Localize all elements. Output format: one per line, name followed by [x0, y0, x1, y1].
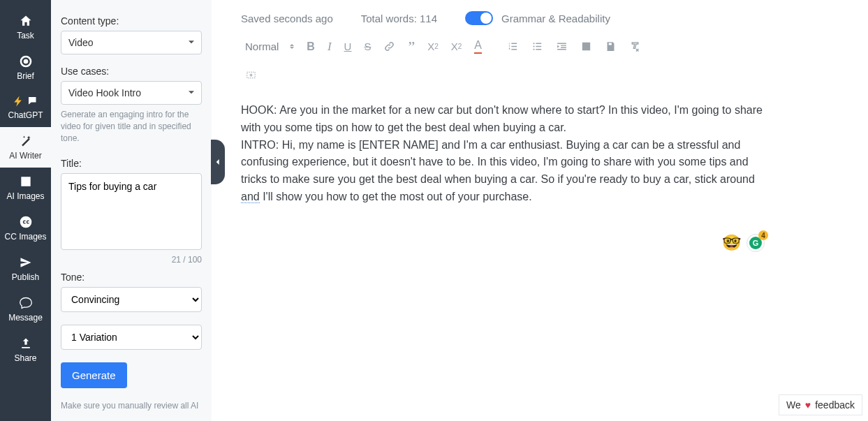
generate-button[interactable]: Generate [61, 362, 127, 388]
svg-point-1 [534, 45, 535, 47]
chevron-left-icon [213, 157, 223, 167]
svg-point-2 [534, 49, 535, 50]
strikethrough-button[interactable]: S [364, 40, 371, 52]
grammarly-badge[interactable]: G 4 [746, 234, 765, 252]
variation-select[interactable]: 1 Variation [61, 325, 202, 350]
unordered-list-button[interactable] [531, 40, 543, 52]
send-icon [19, 256, 33, 269]
italic-button[interactable]: I [328, 40, 332, 54]
nerd-face-icon[interactable]: 🤓 [722, 234, 741, 252]
nav-label: Publish [12, 272, 39, 282]
image-button[interactable] [580, 40, 592, 52]
nav-chatgpt[interactable]: ChatGPT [0, 88, 51, 127]
clear-format-icon [629, 40, 641, 52]
plus-box-icon [245, 69, 257, 81]
editor-content[interactable]: HOOK: Are you in the market for a new ca… [241, 102, 772, 206]
nav-label: Share [14, 353, 36, 363]
nav-label: ChatGPT [8, 110, 43, 120]
caret-sort-icon [290, 42, 294, 52]
settings-panel: Content type: Video Use cases: Video Hoo… [51, 0, 212, 421]
main-nav: Task Brief ChatGPT AI Writer AI Images C… [0, 0, 51, 421]
bold-button[interactable]: B [307, 40, 315, 53]
nav-ai-images[interactable]: AI Images [0, 168, 51, 208]
underline-button[interactable]: U [344, 40, 352, 52]
title-char-count: 21 / 100 [61, 255, 202, 265]
use-cases-select[interactable]: Video Hook Intro [61, 81, 202, 105]
nav-share[interactable]: Share [0, 330, 51, 370]
content-type-select[interactable]: Video [61, 31, 202, 54]
cc-icon [19, 215, 33, 229]
content-hook: HOOK: Are you in the market for a new ca… [241, 104, 763, 133]
quote-button[interactable]: ” [408, 43, 415, 50]
nav-task[interactable]: Task [0, 7, 51, 47]
save-button[interactable] [605, 40, 617, 52]
ordered-list-button[interactable] [507, 40, 519, 52]
content-intro-post: I'll show you how to get the most out of… [260, 191, 532, 202]
tone-select[interactable]: Convincing [61, 287, 202, 312]
title-input[interactable]: Tips for buying a car [61, 173, 202, 250]
use-cases-helper: Generate an engaging intro for the video… [61, 109, 202, 144]
content-intro-underline: and [241, 191, 260, 203]
save-icon [605, 40, 617, 52]
link-button[interactable] [383, 40, 395, 52]
clear-format-button[interactable] [629, 40, 641, 52]
feedback-button[interactable]: We ♥ feedback [779, 394, 862, 415]
title-label: Title: [61, 158, 202, 169]
nav-label: CC Images [4, 232, 46, 242]
share-icon [19, 337, 33, 350]
nav-label: Brief [17, 71, 34, 81]
use-cases-label: Use cases: [61, 66, 202, 77]
superscript-button[interactable]: X2 [451, 40, 462, 52]
floating-badges: 🤓 G 4 [722, 234, 765, 252]
grammarly-count: 4 [758, 230, 768, 240]
nav-label: Task [17, 31, 34, 40]
nav-brief[interactable]: Brief [0, 47, 51, 88]
grammar-toggle[interactable] [465, 11, 493, 25]
image-icon [580, 40, 592, 52]
nav-cc-images[interactable]: CC Images [0, 208, 51, 249]
review-note: Make sure you manually review all AI [61, 401, 202, 411]
chatgpt-icon [13, 95, 39, 108]
svg-point-0 [534, 43, 535, 44]
outdent-icon [556, 40, 568, 52]
text-color-button[interactable]: A [474, 39, 482, 54]
outdent-button[interactable] [556, 40, 568, 52]
word-count: Total words: 114 [361, 13, 437, 24]
image-icon [19, 175, 33, 189]
nav-publish[interactable]: Publish [0, 249, 51, 289]
heart-icon: ♥ [805, 399, 811, 411]
nav-message[interactable]: Message [0, 289, 51, 330]
collapse-panel-button[interactable] [211, 140, 225, 184]
editor-toolbar: Normal B I U S ” X2 X2 A [245, 39, 847, 81]
link-icon [383, 40, 395, 52]
paragraph-format-select[interactable]: Normal [245, 40, 294, 52]
add-block-button[interactable] [245, 69, 847, 81]
nav-label: AI Images [6, 191, 44, 201]
nav-label: AI Writer [9, 151, 41, 161]
home-icon [19, 14, 33, 28]
tone-label: Tone: [61, 272, 202, 283]
magic-wand-icon [19, 134, 33, 148]
saved-status: Saved seconds ago [241, 13, 333, 24]
nav-label: Message [8, 313, 43, 323]
chat-icon [19, 296, 33, 310]
ol-icon [507, 40, 519, 52]
editor-area: Saved seconds ago Total words: 114 Gramm… [212, 0, 868, 421]
subscript-button[interactable]: X2 [427, 40, 439, 52]
status-row: Saved seconds ago Total words: 114 Gramm… [241, 11, 847, 25]
grammar-toggle-label: Grammar & Readability [501, 13, 610, 24]
nav-ai-writer[interactable]: AI Writer [0, 127, 51, 168]
content-intro-pre: INTRO: Hi, my name is [ENTER NAME] and I… [241, 139, 755, 186]
target-icon [19, 54, 33, 68]
content-type-label: Content type: [61, 15, 202, 27]
ul-icon [531, 40, 543, 52]
